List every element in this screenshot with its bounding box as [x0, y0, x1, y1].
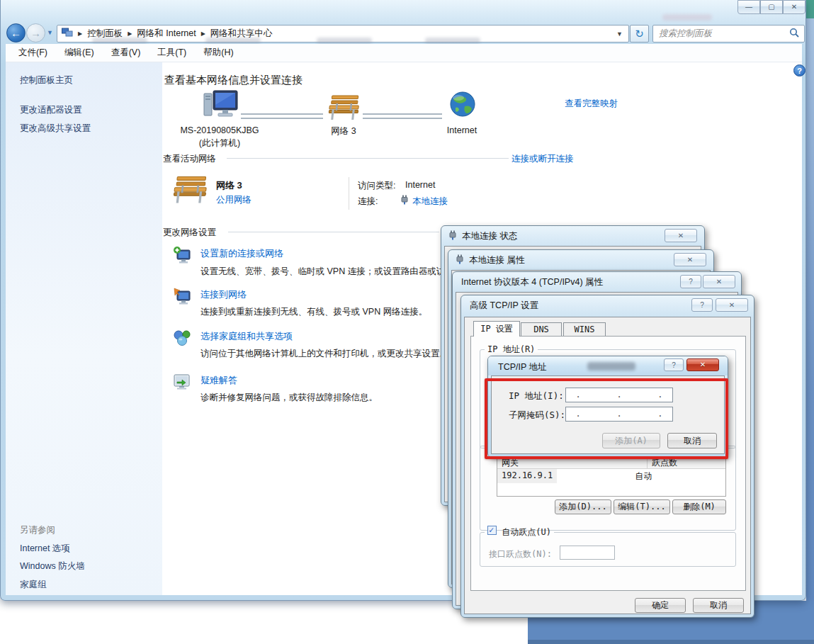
task-troubleshoot-desc: 诊断并修复网络问题，或获得故障排除信息。 [200, 392, 441, 404]
address-dropdown-icon[interactable]: ▼ [616, 30, 628, 38]
sidebar-item-change-advanced-sharing[interactable]: 更改高级共享设置 [20, 123, 91, 135]
blur-watermark [587, 362, 635, 371]
auto-metric-checkbox[interactable] [487, 526, 497, 535]
plug-icon [456, 254, 464, 266]
refresh-button[interactable]: ↻ [630, 25, 649, 43]
access-type-label: 访问类型: [358, 180, 395, 192]
connections-label: 连接: [358, 196, 378, 208]
red-highlight-box [485, 378, 728, 459]
caption-buttons: — ▢ ✕ [737, 0, 805, 14]
breadcrumb-arrow-icon: ▶ [123, 30, 137, 37]
menu-view[interactable]: 查看(V) [111, 47, 141, 59]
sidebar-item-change-adapter-settings[interactable]: 更改适配器设置 [20, 104, 82, 116]
public-network-link[interactable]: 公用网络 [216, 194, 251, 206]
dialog-title: 本地连接 属性 [456, 254, 524, 266]
close-icon[interactable]: ✕ [665, 229, 697, 242]
sidebar-see-also-header: 另请参阅 [20, 524, 55, 536]
network-bench-icon[interactable] [327, 94, 360, 125]
active-network-bench-icon[interactable] [172, 174, 208, 208]
menu-bar: 文件(F) 编辑(E) 查看(V) 工具(T) 帮助(H) [6, 44, 802, 62]
screen: — ▢ ✕ ← → ▼ ▶ 控制面板 ▶ 网络和 Internet ▶ 网络和共… [0, 0, 814, 644]
map-computer-name: MS-20190805KJBG [177, 125, 262, 135]
gateway-delete-button[interactable]: 删除(M) [672, 499, 726, 514]
nav-history-chevron-icon[interactable]: ▼ [47, 29, 53, 36]
map-link-line [241, 113, 323, 119]
maximize-button[interactable]: ▢ [760, 0, 783, 14]
menu-tools[interactable]: 工具(T) [157, 47, 186, 59]
sidebar-item-windows-firewall[interactable]: Windows 防火墙 [20, 560, 85, 572]
plug-icon [448, 230, 457, 242]
breadcrumb-arrow-icon: ▶ [73, 30, 87, 37]
blur-watermark [425, 38, 480, 44]
dialog-title: TCP/IP 地址 [498, 361, 547, 373]
task-connect-to-network[interactable]: 连接到网络 [200, 288, 247, 301]
minimize-button[interactable]: — [737, 0, 760, 14]
tab-wins[interactable]: WINS [563, 322, 606, 337]
help-icon[interactable]: ? [691, 298, 713, 312]
menu-help[interactable]: 帮助(H) [203, 47, 233, 59]
menu-file[interactable]: 文件(F) [18, 47, 47, 59]
tab-ip-settings[interactable]: IP 设置 [473, 321, 520, 337]
section-rule [227, 158, 509, 159]
page-title: 查看基本网络信息并设置连接 [164, 74, 303, 87]
ip-address-group-label: IP 地址(R) [485, 344, 538, 356]
task-setup-new-connection[interactable]: 设置新的连接或网络 [200, 247, 283, 260]
cancel-button[interactable]: 取消 [693, 598, 744, 613]
forward-button[interactable]: → [26, 23, 45, 43]
map-internet-label: Internet [434, 125, 490, 135]
search-box[interactable]: 搜索控制面板 [652, 25, 805, 43]
internet-globe-icon[interactable] [449, 91, 476, 120]
dialog-title: Internet 协议版本 4 (TCP/IPv4) 属性 [461, 276, 603, 288]
task-troubleshoot[interactable]: 疑难解答 [200, 374, 237, 387]
close-button[interactable]: ✕ [783, 0, 805, 14]
ok-button[interactable]: 确定 [635, 598, 686, 613]
troubleshoot-icon[interactable] [173, 373, 191, 393]
help-icon[interactable]: ? [664, 358, 684, 371]
metric-value: 自动 [631, 469, 656, 483]
gateway-row[interactable]: 192.16.9.1 自动 [497, 469, 725, 483]
blur-watermark [317, 38, 372, 44]
dialog-title-text: 高级 TCP/IP 设置 [470, 300, 538, 312]
blur-watermark [662, 14, 712, 21]
breadcrumb-arrow-icon: ▶ [196, 30, 210, 37]
blur-watermark [205, 38, 261, 44]
map-computer-note: (此计算机) [177, 137, 262, 149]
plug-icon [400, 195, 409, 208]
close-icon[interactable]: ✕ [686, 358, 719, 371]
help-icon[interactable]: ? [793, 64, 805, 77]
sidebar-item-control-panel-home[interactable]: 控制面板主页 [20, 74, 73, 86]
local-connection-link[interactable]: 本地连接 [412, 196, 448, 208]
gateway-edit-button[interactable]: 编辑(T)... [614, 499, 670, 514]
gateway-table[interactable]: 网关 跃点数 192.16.9.1 自动 [497, 456, 726, 497]
view-full-map-link[interactable]: 查看完整映射 [565, 98, 618, 110]
change-settings-header: 更改网络设置 [163, 227, 216, 239]
homegroup-icon[interactable] [173, 329, 193, 350]
menu-edit[interactable]: 编辑(E) [64, 47, 94, 59]
back-button[interactable]: ← [6, 23, 26, 43]
task-homegroup-options[interactable]: 选择家庭组和共享选项 [200, 330, 293, 343]
auto-metric-label: 自动跃点(U) [502, 527, 551, 537]
interface-metric-label: 接口跃点数(N): [489, 548, 552, 560]
connect-to-network-icon[interactable] [173, 287, 193, 308]
sidebar-item-homegroup[interactable]: 家庭组 [20, 579, 47, 591]
sidebar [6, 62, 162, 595]
interface-metric-input[interactable] [560, 546, 615, 560]
dialog-title-text: 本地连接 状态 [462, 230, 517, 242]
dialog-title-text: Internet 协议版本 4 (TCP/IPv4) 属性 [461, 276, 603, 288]
desktop-bottom-white [0, 601, 528, 644]
gateway-value: 192.16.9.1 [497, 469, 557, 483]
task-setup-new-connection-desc: 设置无线、宽带、拨号、临时或 VPN 连接；或设置路由器或访问 [200, 266, 441, 278]
computer-icon[interactable] [203, 89, 239, 125]
sidebar-item-internet-options[interactable]: Internet 选项 [20, 543, 70, 555]
close-icon[interactable]: ✕ [703, 275, 735, 288]
search-icon[interactable] [789, 28, 804, 40]
close-icon[interactable]: ✕ [716, 298, 748, 312]
connect-disconnect-link[interactable]: 连接或断开连接 [511, 153, 574, 165]
new-connection-icon[interactable] [173, 246, 193, 267]
help-icon[interactable]: ? [680, 275, 701, 288]
gateway-add-button[interactable]: 添加(D)... [555, 499, 611, 514]
tab-dns[interactable]: DNS [521, 322, 562, 337]
task-homegroup-options-desc: 访问位于其他网络计算机上的文件和打印机，或更改共享设置。 [200, 348, 441, 360]
close-icon[interactable]: ✕ [674, 253, 706, 266]
map-link-line [363, 113, 442, 119]
